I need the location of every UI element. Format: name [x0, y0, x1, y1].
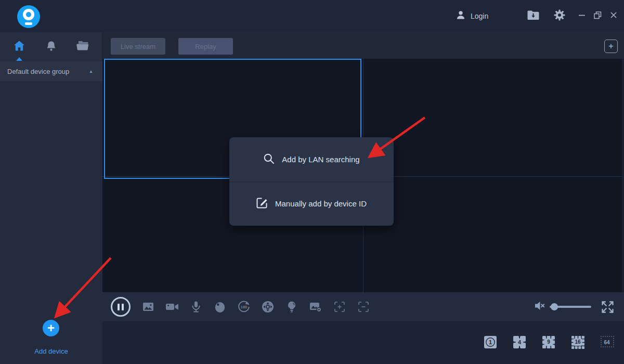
volume-slider-thumb[interactable] [551, 303, 558, 310]
tab-files[interactable] [68, 32, 97, 61]
minimize-icon [578, 11, 586, 21]
ptz-icon [261, 300, 275, 314]
fullscreen-button[interactable] [601, 300, 615, 314]
zoom-out-frame-icon [357, 301, 370, 313]
add-by-lan-label: Add by LAN searching [282, 155, 359, 164]
live-stream-tab[interactable]: Live stream [111, 38, 165, 55]
svg-text:180: 180 [241, 305, 248, 309]
plus-icon: + [608, 41, 614, 51]
dome-button[interactable] [213, 300, 227, 314]
layout-64-button[interactable]: 64 [599, 334, 615, 350]
zoom-in-frame-icon [333, 301, 346, 313]
close-button[interactable] [605, 0, 622, 32]
plus-icon: + [47, 322, 55, 334]
rotate-180-icon: 180 [237, 300, 251, 314]
volume-slider[interactable] [550, 306, 591, 308]
record-button[interactable] [165, 300, 179, 314]
manual-add-label: Manually add by device ID [275, 199, 367, 208]
fullscreen-icon [601, 300, 615, 314]
folder-icon [76, 40, 89, 54]
layout-4-button[interactable]: 4 [512, 334, 527, 350]
search-icon [263, 153, 275, 166]
layout-9-button[interactable]: 9 [541, 334, 556, 350]
collapse-caret-icon: ▲ [89, 69, 93, 74]
app-logo-icon [17, 5, 40, 28]
active-tab-indicator-icon [16, 57, 22, 61]
dome-icon [214, 301, 226, 313]
replay-tab[interactable]: Replay [178, 38, 233, 55]
download-button[interactable] [523, 0, 543, 32]
manual-add-item[interactable]: Manually add by device ID [229, 181, 394, 226]
add-device-button[interactable]: + [43, 320, 59, 336]
layout-buttons: 1 4 9 16 64 [483, 334, 615, 350]
snapshot-icon [142, 301, 154, 313]
layout-16-button[interactable]: 16 [570, 334, 586, 350]
record-icon [165, 300, 179, 314]
close-icon [610, 11, 617, 21]
toolbar-icons: 180 [141, 292, 370, 321]
tab-alarm[interactable] [36, 32, 66, 61]
title-bar: Login [0, 0, 624, 32]
restore-button[interactable] [590, 0, 605, 32]
layout-1-label: 1 [487, 339, 495, 346]
login-label: Login [471, 12, 488, 20]
stream-tab-row: Live stream Replay + [102, 32, 624, 59]
bottom-bar: 1 4 9 16 64 [102, 321, 624, 364]
layout-4-label: 4 [516, 339, 524, 346]
add-device-popup: Add by LAN searching Manually add by dev… [229, 137, 394, 226]
add-by-lan-item[interactable]: Add by LAN searching [229, 137, 394, 181]
pause-icon [118, 304, 120, 310]
zoom-out-frame-button[interactable] [357, 300, 370, 314]
settings-button[interactable] [549, 0, 570, 32]
login-button[interactable]: Login [456, 0, 488, 32]
user-icon [456, 10, 466, 22]
ptz-button[interactable] [261, 300, 275, 314]
edit-icon [256, 197, 268, 210]
image-settings-icon [309, 300, 322, 314]
home-icon [13, 40, 25, 54]
layout-1-button[interactable]: 1 [483, 334, 498, 350]
talk-button[interactable] [189, 300, 203, 314]
add-window-button[interactable]: + [604, 40, 618, 53]
rotate-180-button[interactable]: 180 [237, 300, 251, 314]
layout-9-label: 9 [544, 339, 553, 346]
microphone-icon [190, 301, 202, 313]
light-button[interactable] [285, 300, 298, 314]
sidebar: Default device group ▲ + Add device [0, 32, 102, 364]
add-device-label[interactable]: Add device [0, 347, 102, 355]
layout-16-label: 16 [574, 339, 582, 346]
muted-speaker-icon[interactable] [534, 301, 547, 313]
download-folder-icon [527, 9, 540, 23]
layout-64-label: 64 [602, 339, 612, 346]
sidebar-tabs [0, 32, 102, 61]
image-settings-button[interactable] [309, 300, 322, 314]
popup-divider [229, 181, 394, 182]
minimize-button[interactable] [574, 0, 590, 32]
restore-icon [594, 11, 602, 21]
zoom-in-frame-button[interactable] [333, 300, 346, 314]
gear-icon [553, 9, 566, 23]
device-group-label: Default device group [7, 68, 69, 75]
playback-toolbar: 180 [102, 292, 624, 321]
grid-right-edge [622, 59, 624, 292]
volume-control [534, 292, 591, 321]
device-group-header[interactable]: Default device group ▲ [0, 61, 102, 81]
pause-button[interactable] [111, 297, 131, 317]
bulb-icon [285, 301, 298, 313]
snapshot-button[interactable] [141, 300, 155, 314]
bell-icon [45, 40, 57, 54]
